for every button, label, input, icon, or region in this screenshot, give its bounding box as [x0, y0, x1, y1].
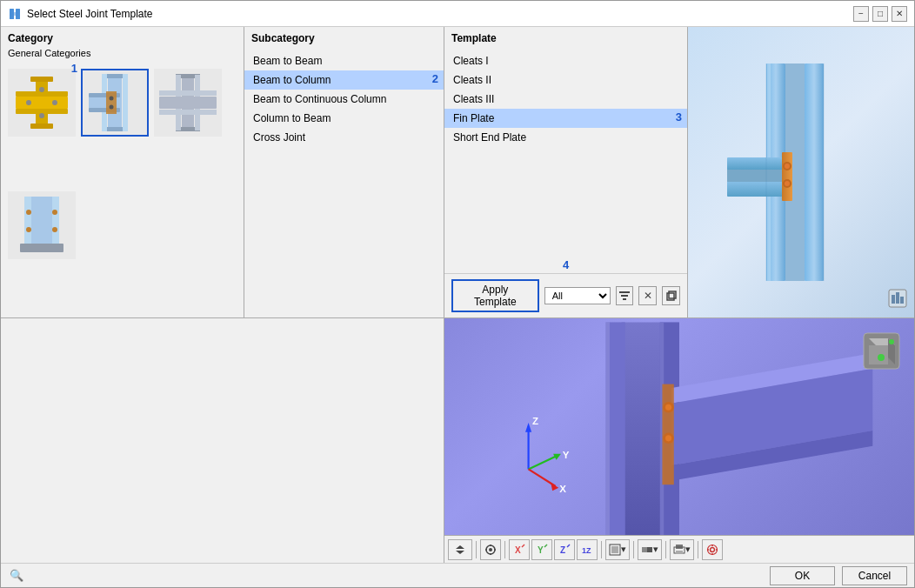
category-item-4[interactable] [8, 191, 76, 259]
preview-action-icon[interactable] [888, 289, 907, 311]
category-item-1[interactable]: 1 [8, 69, 76, 137]
svg-text:Z: Z [560, 545, 565, 555]
top-panels: Category General Categories 1 [1, 27, 914, 318]
filter-icon-btn[interactable] [616, 286, 634, 305]
axis-x-icon: X [513, 544, 525, 556]
3d-scene-svg: Z Y X [444, 318, 914, 535]
svg-text:X: X [515, 545, 521, 555]
visual-style-dropdown[interactable]: ▾ [638, 539, 662, 560]
separator-1 [476, 541, 477, 558]
template-list: Cleats I Cleats II Cleats III 3 Fin Plat… [444, 48, 687, 257]
display-mode-dropdown[interactable]: ▾ [605, 539, 630, 560]
maximize-button[interactable]: □ [872, 6, 888, 22]
axis-y-btn[interactable]: Y [531, 539, 552, 560]
fit-view-btn[interactable] [480, 539, 501, 560]
filter-dropdown[interactable]: All Recent Favorites [544, 287, 611, 304]
svg-line-81 [529, 455, 558, 469]
svg-rect-4 [30, 77, 53, 82]
axis-z-btn[interactable]: Z [554, 539, 575, 560]
template-item-short-end-plate[interactable]: Short End Plate [444, 128, 687, 147]
settings-icon [706, 544, 718, 556]
template-item-cleats-iii[interactable]: Cleats III [444, 90, 687, 109]
category-panel: Category General Categories 1 [1, 27, 244, 317]
main-content: Category General Categories 1 [1, 27, 914, 587]
print-dropdown[interactable]: ▾ [670, 539, 694, 560]
copy-icon-btn[interactable] [662, 286, 680, 305]
svg-rect-17 [123, 74, 128, 131]
svg-rect-62 [892, 295, 895, 304]
print-icon [673, 544, 685, 556]
category-header: Category [1, 27, 244, 48]
svg-marker-79 [525, 423, 531, 432]
footer-buttons: OK Cancel [770, 566, 907, 585]
visual-style-icon [641, 544, 653, 556]
settings-btn[interactable] [702, 539, 723, 560]
clear-icon-btn[interactable]: ✕ [638, 286, 657, 305]
svg-line-102 [522, 545, 524, 547]
svg-point-11 [39, 87, 44, 92]
svg-rect-6 [16, 97, 68, 109]
subcategory-header: Subcategory [244, 27, 444, 48]
ok-button[interactable]: OK [770, 566, 835, 585]
svg-marker-85 [551, 483, 558, 491]
axis-x-btn[interactable]: X [509, 539, 530, 560]
svg-rect-49 [805, 63, 824, 281]
title-bar: Select Steel Joint Template − □ ✕ [1, 1, 914, 27]
view-cube[interactable] [862, 331, 901, 371]
svg-line-104 [544, 545, 547, 547]
category-item-3[interactable] [154, 69, 222, 137]
svg-point-91 [878, 354, 885, 361]
svg-point-22 [110, 97, 114, 101]
svg-rect-114 [676, 551, 683, 554]
svg-rect-35 [24, 197, 31, 244]
template-item-cleats-i[interactable]: Cleats I [444, 51, 687, 70]
subcategory-list: Beam to Beam 2 Beam to Column Beam to Co… [244, 48, 444, 317]
template-item-cleats-ii[interactable]: Cleats II [444, 70, 687, 90]
subcategory-item-column-to-beam[interactable]: Column to Beam [244, 109, 444, 128]
view-orientation-dropdown[interactable] [448, 539, 472, 560]
template-panel: Template Cleats I Cleats II Cleats III 3… [444, 27, 688, 317]
svg-rect-45 [667, 293, 674, 300]
svg-text:Z: Z [532, 416, 538, 426]
svg-rect-21 [106, 91, 117, 114]
step-3-indicator: 3 [676, 110, 682, 124]
search-icon[interactable]: 🔍 [8, 567, 25, 585]
svg-text:Y: Y [538, 545, 544, 555]
apply-template-button[interactable]: Apply Template [451, 279, 539, 312]
svg-point-10 [52, 100, 57, 105]
svg-point-115 [711, 547, 715, 551]
separator-3 [601, 541, 602, 558]
svg-point-39 [26, 227, 31, 232]
svg-point-12 [39, 113, 44, 118]
svg-rect-33 [159, 110, 217, 115]
subcategory-item-beam-to-beam[interactable]: Beam to Beam [244, 51, 444, 70]
svg-point-40 [52, 210, 57, 215]
cancel-button[interactable]: Cancel [842, 566, 907, 585]
preview-panel-top [688, 27, 914, 317]
3d-scene-bottom: Z Y X [444, 318, 914, 535]
svg-marker-94 [456, 551, 464, 554]
window-title: Select Steel Joint Template [27, 8, 853, 20]
svg-point-9 [26, 100, 31, 105]
svg-rect-89 [869, 345, 888, 364]
axis-z2-btn[interactable]: 1Z [577, 539, 598, 560]
column-base-icon [11, 195, 72, 256]
3d-viewport: Z Y X [444, 318, 914, 535]
svg-rect-111 [647, 547, 652, 552]
category-item-2[interactable] [81, 69, 149, 137]
template-item-fin-plate[interactable]: 3 Fin Plate [444, 109, 687, 128]
minimize-button[interactable]: − [853, 6, 869, 22]
svg-rect-2 [11, 12, 18, 16]
svg-point-77 [665, 435, 671, 441]
subcategory-item-beam-to-continuous[interactable]: Beam to Continuous Column [244, 90, 444, 109]
subcategory-item-beam-to-column[interactable]: 2 Beam to Column [244, 70, 444, 90]
subcategory-item-cross-joint[interactable]: Cross Joint [244, 128, 444, 147]
category-grid: 1 [1, 62, 244, 317]
axis-z2-icon: 1Z [581, 544, 593, 556]
category-label: General Categories [1, 48, 244, 62]
close-button[interactable]: ✕ [892, 6, 907, 22]
svg-rect-37 [20, 244, 63, 252]
svg-rect-63 [896, 292, 899, 304]
svg-rect-54 [782, 152, 792, 201]
svg-rect-68 [606, 322, 610, 535]
